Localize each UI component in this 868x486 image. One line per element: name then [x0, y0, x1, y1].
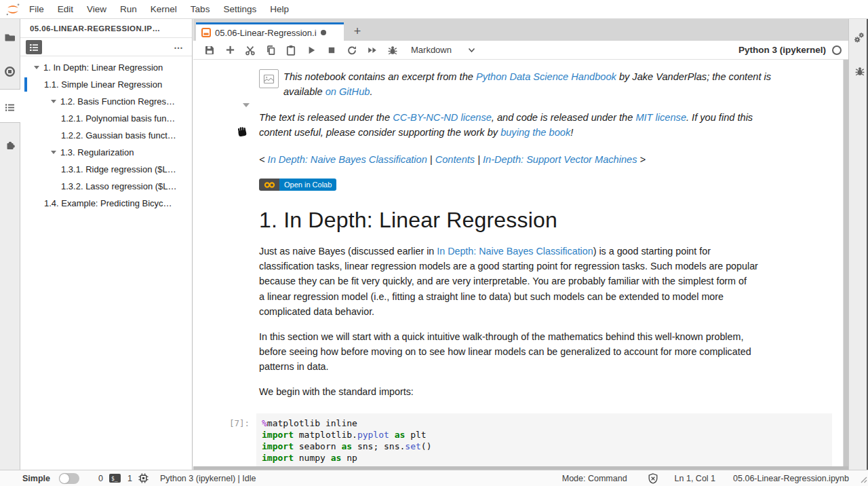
- property-inspector-icon[interactable]: [850, 26, 868, 49]
- toc-item-label: 1.4. Example: Predicting Bicyc…: [44, 198, 172, 208]
- cursor-position[interactable]: Ln 1, Col 1: [675, 474, 715, 483]
- active-toc-indicator: [24, 77, 27, 92]
- toc-numbering-button[interactable]: [26, 40, 42, 54]
- inline-link[interactable]: Contents: [435, 154, 475, 165]
- code-editor[interactable]: %matplotlib inlineimport matplotlib.pypl…: [256, 413, 832, 466]
- collapse-caret-icon[interactable]: [34, 66, 39, 69]
- notebook-tab[interactable]: 05.06-Linear-Regression.i: [196, 22, 344, 41]
- code-cell[interactable]: [7]: %matplotlib inlineimport matplotlib…: [193, 413, 843, 466]
- command-mode-indicator[interactable]: Mode: Command: [562, 474, 627, 483]
- stop-button[interactable]: [321, 41, 342, 59]
- toc-item[interactable]: 1.3. Regularization: [20, 144, 192, 161]
- body-paragraph: We begin with the standard imports:: [259, 384, 840, 399]
- restart-kernel-button[interactable]: [342, 41, 362, 59]
- toc-more-button[interactable]: …: [174, 38, 184, 56]
- toc-item-label: 1.2. Basis Function Regres…: [60, 96, 175, 107]
- toc-item[interactable]: 1.2.2. Gaussian basis funct…: [20, 127, 192, 144]
- inline-link[interactable]: on GitHub: [326, 86, 370, 97]
- menu-edit[interactable]: Edit: [51, 4, 80, 14]
- toc-item[interactable]: 1.1. Simple Linear Regression: [20, 76, 192, 93]
- menu-run[interactable]: Run: [113, 4, 144, 14]
- menu-settings[interactable]: Settings: [216, 4, 263, 14]
- tab-bar: 05.06-Linear-Regression.i +: [193, 19, 848, 41]
- menu-kernel[interactable]: Kernel: [144, 4, 184, 14]
- toc-toolbar: …: [20, 38, 192, 56]
- paste-cells-button[interactable]: [281, 41, 301, 59]
- toc-item[interactable]: 1.2.1. Polynomial basis fun…: [20, 110, 192, 127]
- statusbar-filename: 05.06-Linear-Regression.ipynb: [733, 474, 849, 483]
- terminals-count: 0: [98, 474, 103, 483]
- kernel-name[interactable]: Python 3 (ipykernel): [738, 45, 826, 55]
- toc-item-label: 1.3. Regularization: [60, 147, 134, 157]
- inline-link[interactable]: Python Data Science Handbook: [476, 71, 616, 82]
- simple-mode-toggle[interactable]: [59, 473, 79, 484]
- toc-item[interactable]: 1.3.1. Ridge regression ($L…: [20, 161, 192, 178]
- colab-logo-icon: [259, 179, 279, 191]
- cell-type-value: Markdown: [411, 45, 452, 55]
- run-button[interactable]: [301, 41, 321, 59]
- extensions-icon[interactable]: [0, 133, 20, 156]
- collapse-caret-icon[interactable]: [51, 100, 56, 103]
- menu-view[interactable]: View: [80, 4, 113, 14]
- status-bar: Simple 0 $_ 1 Python 3 (ipykernel) | Idl…: [0, 470, 868, 486]
- markdown-cell[interactable]: This notebook contains an excerpt from t…: [193, 60, 843, 191]
- notebook-nav-links: < In Depth: Naive Bayes Classification |…: [259, 152, 840, 167]
- body-paragraph: In this section we will start with a qui…: [259, 329, 840, 375]
- body-paragraph: Just as naive Bayes (discussed earlier i…: [259, 244, 840, 320]
- open-in-colab-badge[interactable]: Open in Colab: [259, 179, 336, 191]
- terminal-icon[interactable]: $_: [109, 474, 121, 483]
- debugger-panel-icon[interactable]: [850, 60, 868, 83]
- resize-grip[interactable]: [859, 475, 867, 485]
- menu-bar: FileEditViewRunKernelTabsSettingsHelp: [0, 0, 868, 19]
- markdown-cell[interactable]: 1. In Depth: Linear Regression Just as n…: [193, 206, 843, 400]
- kernels-count: 1: [127, 474, 132, 483]
- toc-item[interactable]: 1. In Depth: Linear Regression: [20, 59, 192, 76]
- running-sessions-icon[interactable]: [0, 60, 20, 83]
- code-line: %matplotlib inline: [262, 417, 827, 429]
- restart-run-all-button[interactable]: [362, 41, 382, 59]
- code-line: import seaborn as sns; sns.set(): [262, 441, 827, 452]
- debugger-icon[interactable]: [382, 41, 403, 59]
- vertical-scrollbar[interactable]: [843, 60, 848, 470]
- notebook-content: This notebook contains an excerpt from t…: [193, 60, 848, 470]
- menu-help[interactable]: Help: [263, 4, 296, 14]
- inline-link[interactable]: MIT license: [635, 112, 686, 123]
- chevron-down-icon: [468, 48, 475, 53]
- add-cell-button[interactable]: [220, 41, 240, 59]
- cut-cells-button[interactable]: [240, 41, 260, 59]
- inline-link[interactable]: CC-BY-NC-ND license: [393, 112, 492, 123]
- inline-link[interactable]: In-Depth: Support Vector Machines: [483, 154, 637, 165]
- menu-file[interactable]: File: [22, 4, 51, 14]
- tab-title: 05.06-Linear-Regression.i: [215, 28, 317, 38]
- kernel-status-icon[interactable]: [832, 45, 842, 55]
- excerpt-paragraph: This notebook contains an excerpt from t…: [259, 69, 840, 100]
- copy-cells-button[interactable]: [260, 41, 281, 59]
- cell-collapser-icon[interactable]: [243, 103, 250, 107]
- svg-text:$_: $_: [111, 476, 118, 482]
- cell-type-select[interactable]: Markdown: [411, 45, 475, 55]
- notebook-toolbar: Markdown Python 3 (ipykernel): [193, 41, 848, 60]
- save-button[interactable]: [199, 41, 220, 59]
- kernel-sessions-icon[interactable]: [138, 473, 149, 483]
- colab-badge-label: Open in Colab: [279, 179, 336, 191]
- table-of-contents-icon[interactable]: [0, 96, 20, 119]
- menu-items: FileEditViewRunKernelTabsSettingsHelp: [22, 0, 296, 18]
- main-dock-panel: 05.06-Linear-Regression.i +: [193, 19, 848, 470]
- inline-link[interactable]: buying the book: [500, 127, 570, 138]
- inline-link[interactable]: In Depth: Naive Bayes Classification: [268, 154, 427, 165]
- simple-mode-label: Simple: [22, 474, 50, 483]
- collapse-caret-icon[interactable]: [51, 151, 56, 154]
- jupyter-logo-icon: [5, 2, 20, 17]
- new-tab-button[interactable]: +: [348, 22, 367, 41]
- toggle-knob: [60, 474, 69, 483]
- trust-shield-icon[interactable]: [648, 473, 658, 484]
- file-browser-icon[interactable]: [0, 25, 20, 48]
- menu-tabs[interactable]: Tabs: [184, 4, 217, 14]
- toc-item[interactable]: 1.3.2. Lasso regression ($L…: [20, 178, 192, 195]
- toc-item[interactable]: 1.2. Basis Function Regres…: [20, 93, 192, 110]
- kernel-status-text[interactable]: Python 3 (ipykernel) | Idle: [160, 474, 256, 483]
- inline-link[interactable]: In Depth: Naive Bayes Classification: [437, 246, 593, 257]
- toc-item[interactable]: 1.4. Example: Predicting Bicyc…: [20, 195, 192, 212]
- toc-item-label: 1. In Depth: Linear Regression: [43, 62, 163, 73]
- toc-item-label: 1.2.2. Gaussian basis funct…: [61, 130, 176, 141]
